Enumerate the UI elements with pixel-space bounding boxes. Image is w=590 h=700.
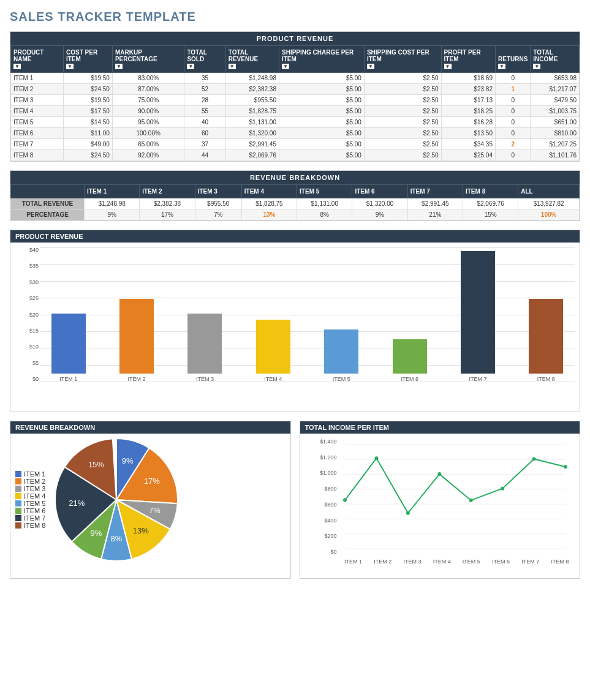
- bar-group: ITEM 3: [176, 247, 233, 382]
- cell-name: ITEM 4: [11, 106, 64, 117]
- cell-revenue: $955.50: [225, 95, 279, 106]
- bar-group: ITEM 5: [313, 247, 370, 382]
- breakdown-cell: $2,069.76: [463, 198, 518, 209]
- filter-revenue[interactable]: ▼: [229, 64, 236, 69]
- table-row: ITEM 1 $19.50 83.00% 35 $1,248.98 $5.00 …: [11, 73, 580, 84]
- pie-label: 21%: [69, 499, 85, 508]
- table-row: ITEM 6 $11.00 100.00% 60 $1,320.00 $5.00…: [11, 128, 580, 139]
- cell-cost: $17.50: [63, 106, 112, 117]
- pie-label: 9%: [91, 529, 102, 538]
- table-row: ITEM 3 $19.50 75.00% 28 $955.50 $5.00 $2…: [11, 95, 580, 106]
- line-path: [345, 458, 565, 513]
- cell-profit: $23.82: [441, 84, 495, 95]
- col-total-revenue: TOTAL REVENUE▼: [225, 46, 279, 73]
- cell-cost: $49.00: [63, 139, 112, 150]
- cell-ship-cost: $2.50: [364, 139, 441, 150]
- cell-returns: 0: [496, 128, 531, 139]
- cell-income: $651.00: [531, 117, 580, 128]
- filter-profit[interactable]: ▼: [444, 64, 452, 69]
- cell-ship-cost: $2.50: [364, 73, 441, 84]
- cell-name: ITEM 5: [11, 117, 64, 128]
- bar-label: ITEM 7: [469, 376, 486, 382]
- pie-chart-title: REVENUE BREAKDOWN: [10, 421, 290, 434]
- col-profit: PROFIT PER ITEM▼: [441, 46, 495, 73]
- breakdown-header-row: ITEM 1 ITEM 2 ITEM 3 ITEM 4 ITEM 5 ITEM …: [11, 185, 580, 198]
- legend-item: ITEM 3: [15, 485, 45, 492]
- legend-item: ITEM 5: [15, 500, 45, 507]
- bar: [187, 314, 222, 374]
- cell-cost: $14.50: [63, 117, 112, 128]
- line-point: [532, 457, 535, 461]
- filter-sold[interactable]: ▼: [187, 64, 194, 69]
- line-y-axis: $1,400$1,200$1,000$800$600$400$200$0: [305, 438, 337, 555]
- legend-label: ITEM 4: [24, 492, 45, 500]
- breakdown-cell: $1,828.75: [241, 198, 297, 209]
- legend-item: ITEM 7: [15, 514, 45, 522]
- bar-label: ITEM 8: [537, 376, 555, 382]
- breakdown-col-item3: ITEM 3: [195, 185, 241, 198]
- cell-ship-cost: $2.50: [364, 150, 441, 161]
- cell-sold: 40: [184, 117, 225, 128]
- line-point: [501, 487, 504, 491]
- pie-label: 7%: [149, 506, 161, 515]
- cell-sold: 37: [184, 139, 225, 150]
- filter-ship-charge[interactable]: ▼: [282, 64, 289, 69]
- cell-name: ITEM 6: [11, 128, 64, 139]
- bar-chart-container: $40$35$30$25$20$15$10$5$0 ITEM 1ITEM 2IT…: [15, 247, 575, 407]
- table-row: ITEM 8 $24.50 92.00% 44 $2,069.76 $5.00 …: [11, 150, 580, 161]
- breakdown-col-all: ALL: [518, 185, 580, 198]
- filter-markup[interactable]: ▼: [115, 64, 123, 69]
- cell-sold: 60: [184, 128, 225, 139]
- breakdown-row-label: TOTAL REVENUE: [11, 198, 85, 209]
- table-row: ITEM 5 $14.50 95.00% 40 $1,131.00 $5.00 …: [11, 117, 580, 128]
- cell-sold: 44: [184, 150, 225, 161]
- filter-income[interactable]: ▼: [533, 64, 540, 69]
- line-point: [564, 465, 567, 469]
- breakdown-cell: $1,320.00: [352, 198, 407, 209]
- filter-cost[interactable]: ▼: [66, 64, 74, 69]
- cell-income: $1,217.07: [531, 84, 580, 95]
- line-y-label: $400: [324, 517, 336, 524]
- line-y-label: $1,000: [320, 470, 337, 476]
- pie-label: 9%: [122, 456, 134, 465]
- breakdown-cell: 7%: [195, 209, 241, 220]
- cell-returns: 0: [496, 150, 531, 161]
- cell-revenue: $1,828.75: [225, 106, 279, 117]
- line-x-label: ITEM 3: [403, 559, 421, 565]
- line-x-label: ITEM 8: [551, 559, 569, 565]
- breakdown-row-label: PERCENTAGE: [11, 209, 85, 220]
- legend-color: [15, 478, 21, 484]
- filter-returns[interactable]: ▼: [498, 64, 505, 69]
- bar-group: ITEM 6: [381, 247, 438, 382]
- filter-ship-cost[interactable]: ▼: [367, 64, 374, 69]
- legend-color: [15, 508, 21, 514]
- cell-returns: 2: [496, 139, 531, 150]
- charts-row: REVENUE BREAKDOWN ITEM 1ITEM 2ITEM 3ITEM…: [10, 421, 580, 579]
- cell-markup: 87.00%: [112, 84, 184, 95]
- legend-label: ITEM 7: [24, 514, 45, 522]
- legend-color: [15, 515, 21, 521]
- bar-group: ITEM 8: [518, 247, 575, 382]
- breakdown-col-item1: ITEM 1: [85, 185, 140, 198]
- col-cost-per-item: COST PER ITEM▼: [63, 46, 112, 73]
- pie-legend: ITEM 1ITEM 2ITEM 3ITEM 4ITEM 5ITEM 6ITEM…: [15, 470, 45, 529]
- breakdown-col-item5: ITEM 5: [297, 185, 352, 198]
- breakdown-cell: 9%: [85, 209, 140, 220]
- col-returns: RETURNS▼: [496, 46, 531, 73]
- cell-name: ITEM 7: [11, 139, 64, 150]
- col-ship-cost: SHIPPING COST PER ITEM▼: [364, 46, 441, 73]
- line-x-label: ITEM 2: [374, 559, 391, 565]
- cell-name: ITEM 2: [11, 84, 64, 95]
- filter-product-name[interactable]: ▼: [13, 64, 21, 69]
- col-total-income: TOTAL INCOME▼: [531, 46, 580, 73]
- line-chart-container: $1,400$1,200$1,000$800$600$400$200$0 ITE…: [305, 438, 575, 573]
- pie-label: 8%: [111, 534, 123, 543]
- cell-name: ITEM 3: [11, 95, 64, 106]
- line-y-label: $200: [324, 533, 336, 539]
- bar: [529, 299, 563, 374]
- cell-ship-charge: $5.00: [279, 150, 364, 161]
- breakdown-row: TOTAL REVENUE$1,248.98$2,382.38$955.50$1…: [11, 198, 580, 209]
- legend-color: [15, 493, 21, 499]
- pie-label: 17%: [144, 476, 160, 486]
- legend-item: ITEM 6: [15, 507, 45, 514]
